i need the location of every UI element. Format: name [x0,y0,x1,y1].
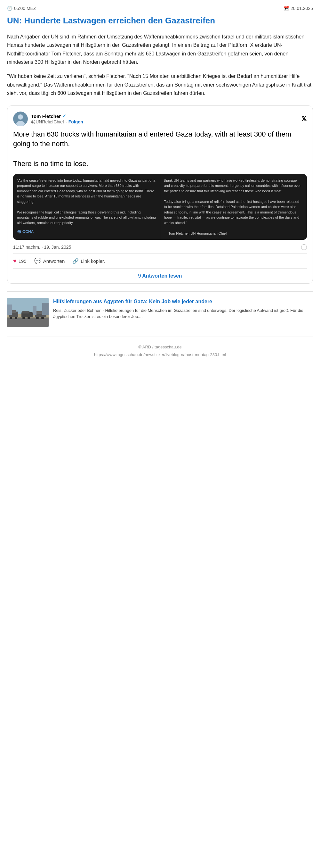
tweet-reply-action[interactable]: 💬 Antworten [34,257,65,265]
related-thumbnail [7,298,49,327]
related-title[interactable]: Hilfslieferungen aus Ägypten für Gaza: K… [53,298,313,305]
comment-icon: 💬 [34,257,41,265]
tweet-image-col-right: thank UN teams and our partners who have… [160,174,307,240]
svg-point-1 [18,115,23,120]
tweet-image-col-left: "As the ceasefire entered into force tod… [13,174,160,240]
svg-rect-21 [33,306,36,315]
tweet-card: Tom Fletcher ✓ @UNReliefChief · Folgen 𝕏… [7,105,313,284]
article-paragraph-1: Nach Angaben der UN sind im Rahmen der U… [7,33,313,67]
tweet-handle: @UNReliefChief · Folgen [31,119,83,124]
tweet-actions: ♥ 195 💬 Antworten 🔗 Link kopier. [13,253,307,269]
time-block: 🕐 05:00 MEZ [7,6,36,11]
tweet-body-text: More than 630 trucks with humanitarian a… [13,129,307,169]
tweet-handle-text: @UNReliefChief [31,119,64,124]
svg-point-14 [28,317,30,319]
svg-point-17 [36,317,39,319]
tweet-user-info: Tom Fletcher ✓ @UNReliefChief · Folgen [31,114,83,124]
svg-rect-12 [23,311,29,313]
tweet-image-col-left-text: "As the ceasefire entered into force tod… [17,178,156,226]
page-footer: © ARD / tagesschau.de https://www.tagess… [7,337,313,362]
avatar [13,112,28,126]
svg-rect-20 [42,303,49,315]
date-label: 20.01.2025 [291,6,313,11]
ocha-logo: ⊕ OCHA [17,228,156,236]
tweet-name-row: Tom Fletcher ✓ [31,114,83,119]
svg-point-18 [41,317,44,319]
tweet-header-left: Tom Fletcher ✓ @UNReliefChief · Folgen [13,112,83,126]
tweet-timestamp: 11:17 nachm. · 19. Jan. 2025 i [13,244,307,250]
article-title: UN: Hunderte Lastwagen erreichen den Gaz… [7,16,313,26]
tweet-header: Tom Fletcher ✓ @UNReliefChief · Folgen 𝕏 [13,112,307,126]
related-content: Hilfslieferungen aus Ägypten für Gaza: K… [53,298,313,327]
tweet-image-block: "As the ceasefire entered into force tod… [13,174,307,240]
svg-point-13 [23,317,25,319]
svg-point-10 [15,317,17,319]
tweet-author-name: Tom Fletcher [31,114,61,119]
info-icon[interactable]: i [301,244,307,250]
tweet-image-col-right-text: thank UN teams and our partners who have… [164,178,304,236]
date-block: 📅 20.01.2025 [284,6,313,11]
ocha-label: OCHA [23,229,34,235]
svg-rect-5 [7,317,49,327]
article-paragraph-2: "Wir haben keine Zeit zu verlieren", sch… [7,72,313,97]
tweet-likes-count: 195 [19,258,27,264]
x-logo: 𝕏 [301,115,307,123]
related-article: Hilfslieferungen aus Ägypten für Gaza: K… [7,291,313,327]
tweet-line2: There is no time to lose. [13,159,307,169]
svg-point-9 [10,317,12,319]
article-body: Nach Angaben der UN sind im Rahmen der U… [7,33,313,98]
footer-copyright: © ARD / tagesschau.de [7,343,313,351]
article-meta: 🕐 05:00 MEZ 📅 20.01.2025 [7,6,313,11]
verified-icon: ✓ [62,114,66,119]
calendar-icon: 📅 [284,6,289,11]
tweet-line1: More than 630 trucks with humanitarian a… [13,129,307,149]
tweet-reply-label: Antworten [43,258,65,264]
clock-icon: 🕐 [7,6,12,11]
link-icon: 🔗 [72,258,79,264]
tweet-read-more-button[interactable]: 9 Antworten lesen [13,269,307,283]
tweet-follow-button[interactable]: Folgen [69,119,83,124]
tweet-time-text: 11:17 nachm. · 19. Jan. 2025 [13,245,71,250]
svg-rect-19 [7,305,12,315]
heart-icon: ♥ [13,258,16,265]
svg-rect-16 [36,311,43,314]
tweet-link-action[interactable]: 🔗 Link kopier. [72,258,105,264]
related-desc: Reis, Zucker oder Bohnen - Hilfslieferun… [53,307,313,320]
footer-url: https://www.tagesschau.de/newsticker/liv… [7,351,313,359]
time-label: 05:00 MEZ [14,6,36,11]
tweet-like-action[interactable]: ♥ 195 [13,258,27,265]
related-thumb-image [7,298,49,327]
tweet-dot: · [66,119,67,124]
tweet-link-label: Link kopier. [81,258,105,264]
